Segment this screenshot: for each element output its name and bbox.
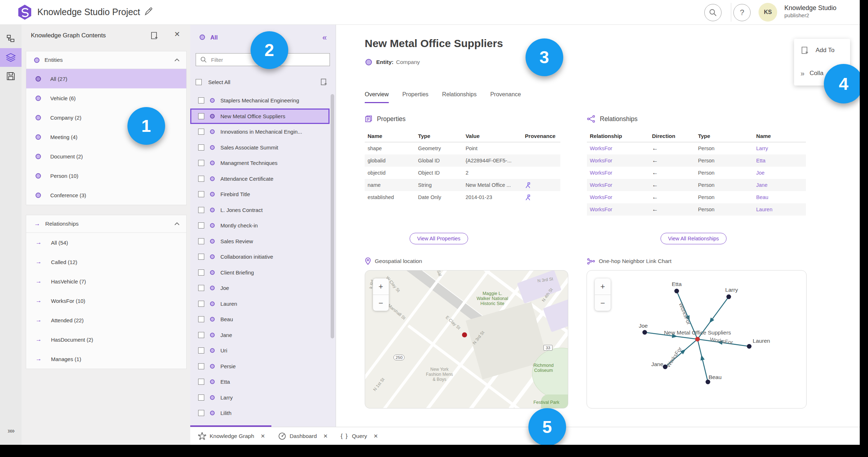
view-tab-query[interactable]: { }Query✕ (341, 427, 383, 445)
search-button[interactable] (704, 4, 722, 21)
add-layer-icon[interactable] (150, 31, 159, 40)
zoom-out-button[interactable]: − (373, 295, 389, 311)
list-item[interactable]: Collaboration initiative (190, 249, 336, 265)
list-item[interactable]: Innovations in Mechanical Engin... (190, 124, 336, 140)
item-checkbox[interactable] (198, 301, 204, 307)
item-checkbox[interactable] (198, 160, 204, 166)
property-row[interactable]: nameStringNew Metal Office ... (365, 179, 560, 191)
list-scrollbar[interactable] (331, 94, 334, 338)
relationship-row[interactable]: WorksFor←PersonJane (587, 179, 806, 191)
node[interactable] (727, 295, 731, 299)
collapse-panel-icon[interactable]: « (322, 33, 327, 42)
relationship-type-item[interactable]: →Manages (1) (26, 349, 186, 369)
person-link[interactable]: Larry (753, 142, 806, 155)
chevron-up-icon[interactable] (174, 58, 180, 62)
view-all-properties-button[interactable]: View All Properties (410, 233, 468, 244)
item-checkbox[interactable] (198, 254, 204, 260)
relationship-link[interactable]: WorksFor (587, 179, 649, 191)
add-to-menu-item[interactable]: Add To (794, 39, 850, 62)
list-item[interactable]: Firebird Title (190, 186, 336, 202)
relationship-type-item[interactable]: →Called (12) (26, 252, 186, 272)
tab-properties[interactable]: Properties (402, 91, 429, 103)
link-chart[interactable]: WorksForWorksForWorksForEttaLarryJoeLaur… (587, 270, 807, 408)
entity-type-item[interactable]: Vehicle (6) (26, 88, 186, 108)
entity-type-item[interactable]: All (27) (26, 69, 186, 88)
item-checkbox[interactable] (198, 347, 204, 354)
map[interactable]: k RdW Clay StSalN 3rd StMaggie L.Walker … (365, 270, 568, 408)
list-item[interactable]: Staplers Mechanical Engineering (190, 93, 336, 109)
relationship-link[interactable]: WorksFor (587, 142, 649, 155)
relationship-link[interactable]: WorksFor (587, 191, 649, 203)
layers-icon[interactable] (0, 48, 22, 67)
property-provenance[interactable] (522, 179, 560, 191)
hierarchy-icon[interactable] (0, 29, 22, 48)
relationships-section-header[interactable]: → Relationships (26, 215, 186, 233)
list-item[interactable]: New Metal Office Suppliers (190, 109, 330, 124)
relationship-type-item[interactable]: →WorksFor (10) (26, 291, 186, 310)
item-checkbox[interactable] (198, 222, 204, 228)
item-checkbox[interactable] (198, 113, 204, 119)
entity-type-item[interactable]: Document (2) (26, 147, 186, 166)
entities-section-header[interactable]: Entities (26, 51, 186, 69)
person-link[interactable]: Joe (753, 167, 806, 179)
item-checkbox[interactable] (198, 269, 204, 276)
list-item[interactable]: Lilith (190, 405, 336, 421)
item-checkbox[interactable] (198, 97, 204, 103)
node[interactable] (675, 289, 679, 294)
entity-type-item[interactable]: Conference (3) (26, 185, 186, 205)
item-checkbox[interactable] (198, 285, 204, 291)
relationship-link[interactable]: WorksFor (587, 203, 649, 216)
person-link[interactable]: Beau (753, 191, 806, 203)
list-item[interactable]: Attendance Certificate (190, 171, 336, 187)
view-tab-dashboard[interactable]: Dashboard✕ (278, 427, 333, 445)
list-item[interactable]: Managment Techniques (190, 155, 336, 171)
view-all-relationships-button[interactable]: View All Relationships (661, 233, 727, 244)
relationship-type-item[interactable]: →HasVehicle (7) (26, 272, 186, 291)
add-to-selection-icon[interactable] (320, 78, 328, 86)
save-icon[interactable] (0, 67, 22, 86)
close-panel-icon[interactable]: ✕ (174, 30, 180, 38)
item-checkbox[interactable] (198, 238, 204, 244)
relationship-row[interactable]: WorksFor←PersonLauren (587, 203, 806, 216)
close-tab-icon[interactable]: ✕ (261, 433, 265, 439)
close-tab-icon[interactable]: ✕ (373, 433, 378, 439)
relationship-row[interactable]: WorksFor←PersonEtta (587, 154, 806, 167)
relationship-type-item[interactable]: →All (54) (26, 233, 186, 252)
list-item[interactable]: Montly check-in (190, 218, 336, 234)
expand-rail-icon[interactable]: »» (0, 426, 22, 435)
list-item[interactable]: Etta (190, 374, 336, 390)
person-link[interactable]: Jane (753, 179, 806, 191)
property-row[interactable]: globalidGlobal ID{A228944F-0EF5-... (365, 154, 560, 167)
list-item[interactable]: Sales Associate Summit (190, 140, 336, 156)
help-button[interactable]: ? (733, 4, 751, 21)
relationship-row[interactable]: WorksFor←PersonLarry (587, 142, 806, 155)
chevron-up-icon[interactable] (174, 222, 180, 226)
node[interactable] (747, 344, 752, 349)
item-checkbox[interactable] (198, 207, 204, 213)
view-tab-knowledge-graph[interactable]: Knowledge Graph✕ (198, 427, 270, 445)
item-checkbox[interactable] (198, 332, 204, 338)
list-item[interactable]: Uri (190, 343, 336, 359)
list-item[interactable]: Jane (190, 327, 336, 343)
item-checkbox[interactable] (198, 379, 204, 385)
item-checkbox[interactable] (198, 129, 204, 135)
select-all-checkbox[interactable] (196, 79, 202, 85)
property-provenance[interactable] (522, 191, 560, 203)
relationship-type-item[interactable]: →HasDocument (2) (26, 330, 186, 349)
property-row[interactable]: establishedDate Only2014-01-23 (365, 191, 560, 203)
item-checkbox[interactable] (198, 410, 204, 416)
list-item[interactable]: Lauren (190, 296, 336, 312)
list-item[interactable]: Beau (190, 311, 336, 327)
list-item[interactable]: Client Briefing (190, 265, 336, 281)
edit-title-icon[interactable] (144, 7, 153, 17)
relationship-row[interactable]: WorksFor←PersonBeau (587, 191, 806, 203)
relationship-link[interactable]: WorksFor (587, 167, 649, 179)
avatar[interactable]: KS (759, 3, 777, 22)
center-node[interactable] (695, 337, 700, 342)
list-item[interactable]: L. Jones Contract (190, 202, 336, 218)
item-checkbox[interactable] (198, 316, 204, 322)
person-link[interactable]: Lauren (753, 203, 806, 216)
node[interactable] (643, 330, 647, 335)
person-link[interactable]: Etta (753, 154, 806, 167)
tab-overview[interactable]: Overview (365, 91, 389, 103)
